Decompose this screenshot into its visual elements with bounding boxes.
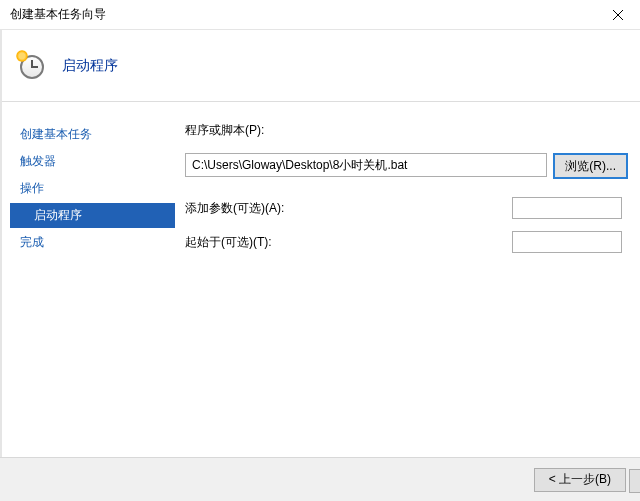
window-title: 创建基本任务向导 xyxy=(10,6,106,23)
sidebar-item-start-program[interactable]: 启动程序 xyxy=(10,203,175,228)
titlebar: 创建基本任务向导 xyxy=(0,0,640,30)
sidebar-item-action[interactable]: 操作 xyxy=(10,176,175,201)
wizard-step-title: 启动程序 xyxy=(62,57,118,75)
add-arguments-label: 添加参数(可选)(A): xyxy=(185,200,284,217)
sidebar-item-create-task[interactable]: 创建基本任务 xyxy=(10,122,175,147)
program-script-label: 程序或脚本(P): xyxy=(185,122,264,139)
clock-icon xyxy=(18,51,48,81)
main-panel: 程序或脚本(P): 浏览(R)... 添加参数(可选)(A): 起始于(可选)(… xyxy=(175,102,640,457)
next-button-partial[interactable] xyxy=(629,469,640,493)
wizard-footer: < 上一步(B) xyxy=(0,457,640,501)
content-area: 创建基本任务 触发器 操作 启动程序 完成 程序或脚本(P): 浏览(R)...… xyxy=(0,102,640,457)
sidebar-item-finish[interactable]: 完成 xyxy=(10,230,175,255)
close-button[interactable] xyxy=(595,0,640,30)
close-icon xyxy=(613,10,623,20)
start-in-label: 起始于(可选)(T): xyxy=(185,234,272,251)
wizard-steps-sidebar: 创建基本任务 触发器 操作 启动程序 完成 xyxy=(0,102,175,457)
back-button[interactable]: < 上一步(B) xyxy=(534,468,626,492)
start-in-input[interactable] xyxy=(512,231,622,253)
add-arguments-input[interactable] xyxy=(512,197,622,219)
browse-button[interactable]: 浏览(R)... xyxy=(553,153,628,179)
window-left-border xyxy=(0,30,2,501)
wizard-header: 启动程序 xyxy=(0,30,640,102)
sidebar-item-trigger[interactable]: 触发器 xyxy=(10,149,175,174)
program-script-input[interactable] xyxy=(185,153,547,177)
